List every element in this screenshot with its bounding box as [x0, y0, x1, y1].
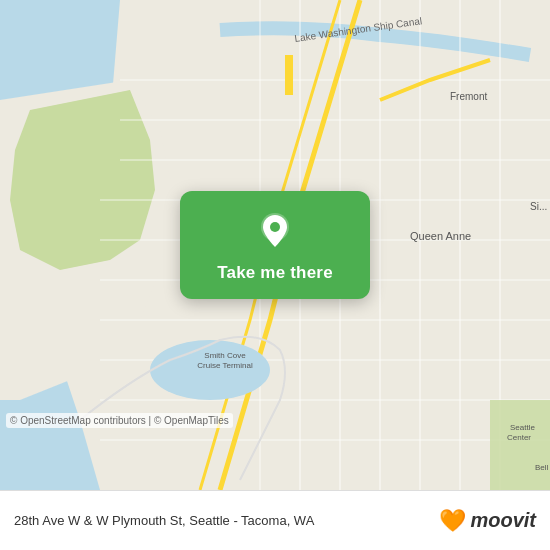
moovit-logo: 🧡 moovit	[439, 508, 536, 534]
svg-text:Smith Cove: Smith Cove	[204, 351, 246, 360]
footer-bar: 28th Ave W & W Plymouth St, Seattle - Ta…	[0, 490, 550, 550]
svg-text:Fremont: Fremont	[450, 91, 487, 102]
location-pin-icon	[253, 209, 297, 253]
svg-point-34	[270, 222, 280, 232]
svg-text:Queen Anne: Queen Anne	[410, 230, 471, 242]
map-container: Lake Washington Ship Canal Fremont Queen…	[0, 0, 550, 490]
svg-rect-21	[285, 55, 293, 95]
address-text: 28th Ave W & W Plymouth St, Seattle - Ta…	[14, 513, 429, 528]
take-me-there-label: Take me there	[217, 263, 333, 283]
svg-text:Si...: Si...	[530, 201, 547, 212]
svg-text:Cruise Terminal: Cruise Terminal	[197, 361, 253, 370]
svg-text:Center: Center	[507, 433, 531, 442]
moovit-logo-text: moovit	[470, 509, 536, 532]
svg-point-23	[150, 340, 270, 400]
svg-marker-3	[10, 90, 155, 270]
copyright-text: © OpenStreetMap contributors | © OpenMap…	[6, 413, 233, 428]
svg-text:Seattle: Seattle	[510, 423, 535, 432]
moovit-mascot-icon: 🧡	[439, 508, 466, 534]
take-me-there-button[interactable]: Take me there	[180, 191, 370, 299]
svg-text:Bell: Bell	[535, 463, 549, 472]
svg-rect-22	[490, 400, 550, 490]
